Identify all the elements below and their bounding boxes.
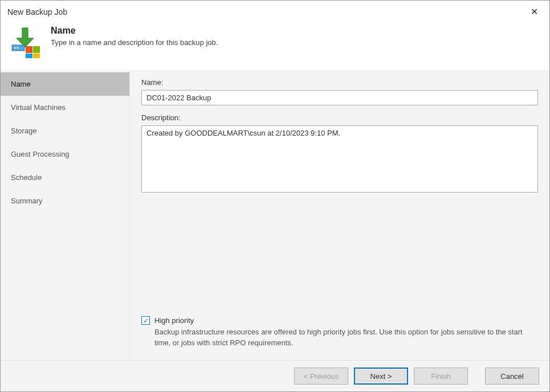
finish-button[interactable]: Finish <box>414 368 468 385</box>
high-priority-description: Backup infrastructure resources are offe… <box>154 327 538 349</box>
name-input[interactable] <box>141 90 538 105</box>
high-priority-checkbox[interactable]: ✓ <box>141 316 150 325</box>
svg-rect-5 <box>26 54 32 58</box>
name-label: Name: <box>141 78 538 87</box>
description-label: Description: <box>141 113 538 122</box>
dialog-footer: < Previous Next > Finish Cancel <box>1 360 549 391</box>
sidebar-item-storage[interactable]: Storage <box>1 119 129 142</box>
svg-rect-4 <box>33 46 40 53</box>
titlebar: New Backup Job ✕ <box>1 1 549 19</box>
window-title: New Backup Job <box>7 7 67 17</box>
wizard-sidebar: Name Virtual Machines Storage Guest Proc… <box>1 70 130 360</box>
dialog-body: Name Virtual Machines Storage Guest Proc… <box>1 70 549 360</box>
cancel-button[interactable]: Cancel <box>485 368 539 385</box>
sidebar-item-summary[interactable]: Summary <box>1 189 129 213</box>
header-text: Name Type in a name and description for … <box>51 26 218 47</box>
previous-button[interactable]: < Previous <box>294 368 348 385</box>
sidebar-item-name[interactable]: Name <box>1 72 129 96</box>
header-subtitle: Type in a name and description for this … <box>51 38 218 47</box>
backup-job-icon <box>10 26 43 60</box>
close-icon[interactable]: ✕ <box>526 6 543 18</box>
description-textarea[interactable] <box>141 125 538 193</box>
next-button[interactable]: Next > <box>354 368 408 385</box>
high-priority-row: ✓ High priority <box>141 316 538 325</box>
high-priority-label: High priority <box>154 316 194 325</box>
sidebar-item-guest-processing[interactable]: Guest Processing <box>1 142 129 166</box>
checkmark-icon: ✓ <box>143 317 149 324</box>
sidebar-item-schedule[interactable]: Schedule <box>1 166 129 189</box>
svg-point-1 <box>14 47 16 49</box>
wizard-main-panel: Name: Description: ✓ High priority Backu… <box>130 70 549 360</box>
dialog-window: New Backup Job ✕ Name Type in a name and… <box>0 0 550 392</box>
svg-rect-3 <box>26 46 32 53</box>
header-title: Name <box>51 26 218 36</box>
svg-point-2 <box>17 47 19 49</box>
dialog-header: Name Type in a name and description for … <box>1 19 549 70</box>
svg-rect-6 <box>33 54 40 58</box>
sidebar-item-virtual-machines[interactable]: Virtual Machines <box>1 96 129 119</box>
